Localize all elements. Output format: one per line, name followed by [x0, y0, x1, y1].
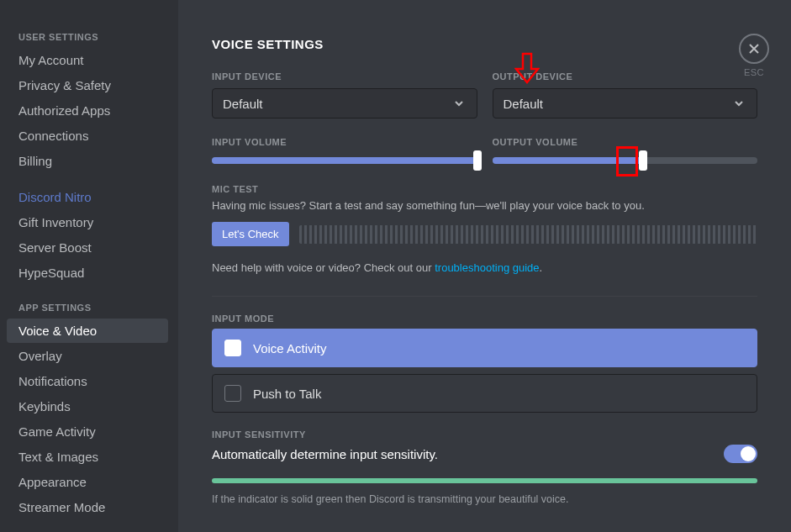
input-mode-option-label: Push to Talk — [253, 387, 321, 401]
auto-sensitivity-toggle[interactable] — [724, 445, 757, 463]
sidebar-item-text-images[interactable]: Text & Images — [7, 445, 168, 469]
output-volume-slider[interactable] — [493, 157, 758, 164]
sidebar-item-billing[interactable]: Billing — [7, 149, 168, 173]
input-mode-push-to-talk[interactable]: Push to Talk — [212, 374, 757, 413]
page-title: VOICE SETTINGS — [212, 37, 757, 51]
input-volume-fill — [212, 157, 477, 164]
sidebar-item-privacy-safety[interactable]: Privacy & Safety — [7, 73, 168, 97]
sidebar-item-discord-nitro[interactable]: Discord Nitro — [7, 185, 168, 209]
sidebar-item-keybinds[interactable]: Keybinds — [7, 394, 168, 419]
output-device-value: Default — [504, 97, 544, 111]
help-text: Need help with voice or video? Check out… — [212, 261, 757, 274]
mic-test-description: Having mic issues? Start a test and say … — [212, 199, 757, 212]
input-device-select[interactable]: Default — [212, 88, 477, 119]
input-device-label: INPUT DEVICE — [212, 71, 477, 82]
chevron-down-icon — [451, 96, 467, 111]
sidebar-item-connections[interactable]: Connections — [7, 124, 168, 148]
output-device-label: OUTPUT DEVICE — [493, 71, 758, 82]
input-volume-label: INPUT VOLUME — [212, 137, 477, 147]
sidebar-item-my-account[interactable]: My Account — [7, 48, 168, 72]
input-volume-handle[interactable] — [473, 150, 482, 171]
sidebar-item-gift-inventory[interactable]: Gift Inventory — [7, 210, 168, 234]
sidebar-item-authorized-apps[interactable]: Authorized Apps — [7, 98, 168, 123]
input-mode-label: INPUT MODE — [212, 313, 757, 324]
close-icon — [747, 42, 761, 55]
troubleshooting-link[interactable]: troubleshooting guide — [435, 261, 539, 274]
checkbox-icon — [224, 340, 241, 356]
sensitivity-indicator — [212, 478, 757, 483]
sidebar-item-hypesquad[interactable]: HypeSquad — [7, 261, 168, 285]
output-device-select[interactable]: Default — [493, 88, 758, 119]
app-root: USER SETTINGS My Account Privacy & Safet… — [0, 0, 791, 532]
close-button[interactable] — [739, 34, 769, 64]
sidebar-item-notifications[interactable]: Notifications — [7, 369, 168, 393]
sidebar-heading-app: APP SETTINGS — [7, 296, 168, 318]
chevron-down-icon — [731, 96, 746, 111]
sidebar-item-voice-video[interactable]: Voice & Video — [7, 319, 168, 343]
esc-label: ESC — [739, 67, 769, 77]
sidebar-item-appearance[interactable]: Appearance — [7, 470, 168, 494]
sidebar-heading-user: USER SETTINGS — [7, 25, 168, 47]
input-volume-slider[interactable] — [212, 157, 477, 164]
sidebar-item-streamer-mode[interactable]: Streamer Mode — [7, 495, 168, 519]
input-mode-voice-activity[interactable]: Voice Activity — [212, 329, 757, 367]
input-device-value: Default — [223, 97, 263, 111]
input-sensitivity-label: INPUT SENSITIVITY — [212, 429, 757, 440]
checkbox-icon — [224, 385, 241, 402]
output-volume-fill — [493, 157, 644, 164]
output-volume-label: OUTPUT VOLUME — [493, 137, 758, 147]
settings-content: ESC VOICE SETTINGS INPUT DEVICE Default … — [178, 0, 791, 532]
close-area: ESC — [739, 34, 769, 77]
output-volume-handle[interactable] — [639, 150, 647, 171]
sidebar-item-server-boost[interactable]: Server Boost — [7, 235, 168, 260]
toggle-knob — [741, 446, 756, 461]
auto-sensitivity-label: Automatically determine input sensitivit… — [212, 447, 438, 461]
section-divider — [212, 296, 757, 297]
sidebar-item-game-activity[interactable]: Game Activity — [7, 419, 168, 444]
lets-check-button[interactable]: Let's Check — [212, 222, 289, 246]
sensitivity-note: If the indicator is solid green then Dis… — [212, 493, 757, 505]
settings-sidebar: USER SETTINGS My Account Privacy & Safet… — [0, 0, 178, 532]
input-mode-option-label: Voice Activity — [253, 341, 327, 356]
mic-test-meter — [299, 225, 757, 244]
sidebar-item-overlay[interactable]: Overlay — [7, 344, 168, 368]
mic-test-label: MIC TEST — [212, 184, 757, 194]
